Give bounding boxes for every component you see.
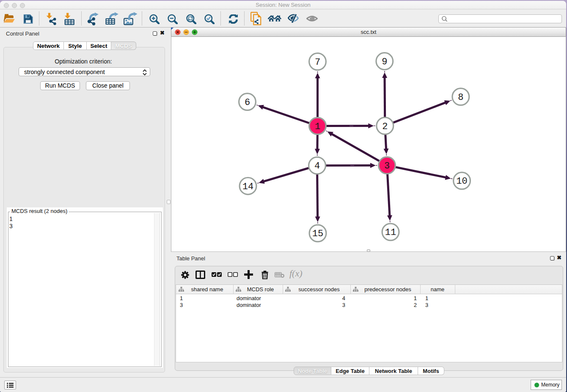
svg-text:10: 10 [456,176,467,187]
svg-text:15: 15 [312,229,323,239]
svg-text:2: 2 [382,121,388,132]
svg-text:11: 11 [385,227,396,238]
svg-text:6: 6 [245,97,250,108]
svg-text:14: 14 [242,182,253,192]
svg-text:4: 4 [314,161,320,171]
svg-text:8: 8 [458,92,463,103]
svg-text:1: 1 [315,121,320,132]
svg-text:3: 3 [384,161,390,171]
svg-text:9: 9 [382,57,387,67]
svg-text:7: 7 [315,57,320,68]
